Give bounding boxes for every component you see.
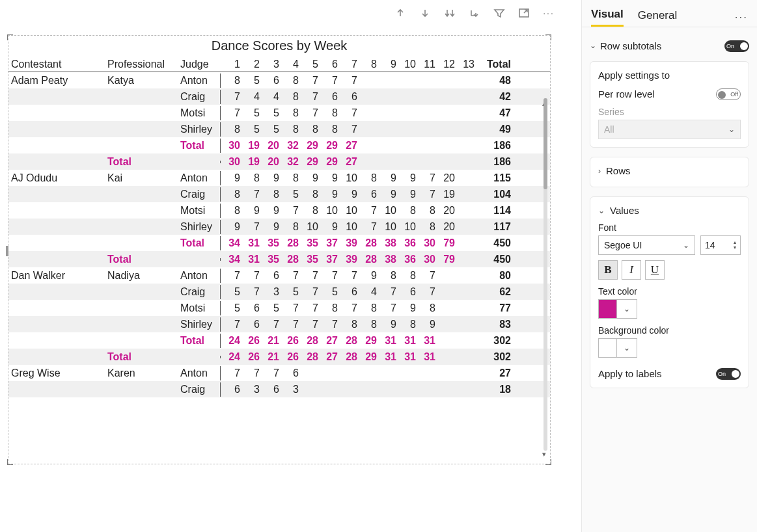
judge-cell[interactable]: Shirley	[178, 122, 221, 137]
cell[interactable]	[377, 388, 396, 391]
cell[interactable]: 10	[338, 171, 357, 185]
cell[interactable]: 7	[279, 317, 299, 332]
cell[interactable]: 6	[260, 382, 279, 397]
cell[interactable]: 6	[396, 285, 416, 299]
cell[interactable]: 32	[279, 139, 299, 153]
cell[interactable]: 9	[318, 171, 338, 185]
judge-cell[interactable]: Craig	[178, 187, 221, 202]
cell[interactable]: 35	[260, 236, 279, 250]
header-week[interactable]: 7	[338, 57, 357, 72]
scroll-down-icon[interactable]: ▾	[542, 450, 546, 459]
cell[interactable]: 5	[260, 301, 279, 315]
cell[interactable]: 9	[318, 220, 338, 234]
row-subtotals-toggle[interactable]: On	[724, 39, 749, 52]
cell[interactable]: 7	[338, 106, 357, 120]
professional-cell[interactable]	[105, 291, 178, 293]
resize-handle[interactable]	[7, 456, 16, 465]
tab-visual[interactable]: Visual	[591, 8, 624, 27]
cell[interactable]: 8	[279, 106, 299, 120]
cell[interactable]: 34	[221, 236, 240, 250]
contestant-cell[interactable]: Adam Peaty	[8, 73, 105, 88]
table-row[interactable]: Craig 8785899699719 104	[8, 186, 550, 202]
header-professional[interactable]: Professional	[105, 57, 178, 72]
row-subtotals-title[interactable]: Row subtotals	[600, 40, 661, 51]
cell[interactable]: 8	[299, 187, 318, 202]
table-row[interactable]: Craig 7448766 42	[8, 88, 550, 105]
cell[interactable]	[318, 388, 338, 391]
more-options-icon[interactable]: ···	[542, 7, 555, 20]
cell[interactable]: 19	[240, 155, 260, 169]
cell[interactable]: 9	[377, 171, 396, 185]
cell[interactable]: 9	[260, 220, 279, 234]
cell[interactable]: 7	[240, 187, 260, 202]
cell[interactable]	[455, 96, 475, 98]
cell[interactable]: 8	[416, 204, 435, 218]
cell[interactable]: 31	[377, 334, 396, 348]
judge-cell[interactable]: Craig	[178, 382, 221, 397]
total-cell[interactable]: 115	[475, 171, 516, 185]
bold-button[interactable]: B	[598, 260, 618, 280]
cell[interactable]	[435, 96, 455, 98]
cell[interactable]: 10	[299, 220, 318, 234]
cell[interactable]: 8	[260, 187, 279, 202]
header-week[interactable]: 13	[455, 57, 475, 72]
matrix-visual[interactable]: Dance Scores by Week Contestant Professi…	[8, 35, 551, 464]
cell[interactable]: 8	[396, 269, 416, 283]
contestant-cell[interactable]	[8, 307, 105, 310]
cell[interactable]: 8	[279, 73, 299, 88]
cell[interactable]: 9	[396, 301, 416, 315]
cell[interactable]: 8	[318, 122, 338, 137]
cell[interactable]: 6	[338, 90, 357, 104]
table-row[interactable]: Dan Walker Nadiya Anton 77677779887 80	[8, 267, 550, 284]
cell[interactable]	[377, 128, 396, 131]
cell[interactable]: 5	[279, 187, 299, 202]
contestant-cell[interactable]	[8, 226, 105, 228]
cell[interactable]	[377, 372, 396, 375]
cell[interactable]: 8	[357, 317, 377, 332]
cell[interactable]: 8	[221, 204, 240, 218]
cell[interactable]: 4	[357, 285, 377, 299]
cell[interactable]: 37	[318, 252, 338, 267]
total-cell[interactable]: 47	[475, 106, 516, 120]
cell[interactable]: 10	[318, 204, 338, 218]
cell[interactable]: 7	[299, 317, 318, 332]
underline-button[interactable]: U	[645, 260, 665, 280]
cell[interactable]: 7	[240, 366, 260, 380]
cell[interactable]: 6	[318, 90, 338, 104]
header-contestant[interactable]: Contestant	[8, 57, 105, 72]
cell[interactable]	[416, 112, 435, 114]
cell[interactable]: 7	[240, 220, 260, 234]
professional-cell[interactable]	[105, 128, 178, 131]
cell[interactable]	[396, 96, 416, 98]
cell[interactable]	[396, 79, 416, 82]
cell[interactable]: 27	[318, 334, 338, 348]
total-cell[interactable]: 48	[475, 73, 516, 88]
contestant-cell[interactable]	[8, 112, 105, 114]
cell[interactable]	[455, 356, 475, 358]
total-cell[interactable]: 114	[475, 204, 516, 218]
cell[interactable]: 7	[377, 285, 396, 299]
cell[interactable]: 79	[435, 252, 455, 267]
cell[interactable]: 10	[396, 220, 416, 234]
judge-cell[interactable]: Anton	[178, 171, 221, 185]
cell[interactable]	[435, 112, 455, 114]
cell[interactable]	[455, 226, 475, 228]
cell[interactable]: 5	[318, 285, 338, 299]
cell[interactable]: 28	[279, 252, 299, 267]
cell[interactable]	[455, 79, 475, 82]
cell[interactable]	[455, 242, 475, 245]
cell[interactable]: 29	[299, 139, 318, 153]
cell[interactable]: 31	[377, 350, 396, 364]
cell[interactable]: 5	[240, 122, 260, 137]
cell[interactable]: 9	[260, 204, 279, 218]
professional-cell[interactable]	[105, 96, 178, 98]
cell[interactable]	[318, 372, 338, 375]
cell[interactable]: 6	[279, 366, 299, 380]
cell[interactable]: 7	[338, 301, 357, 315]
cell[interactable]	[435, 388, 455, 391]
header-week[interactable]: 8	[357, 57, 377, 72]
cell[interactable]	[455, 307, 475, 310]
cell[interactable]: 8	[357, 171, 377, 185]
bg-color-picker[interactable]: ⌄	[598, 338, 637, 358]
cell[interactable]	[455, 274, 475, 277]
